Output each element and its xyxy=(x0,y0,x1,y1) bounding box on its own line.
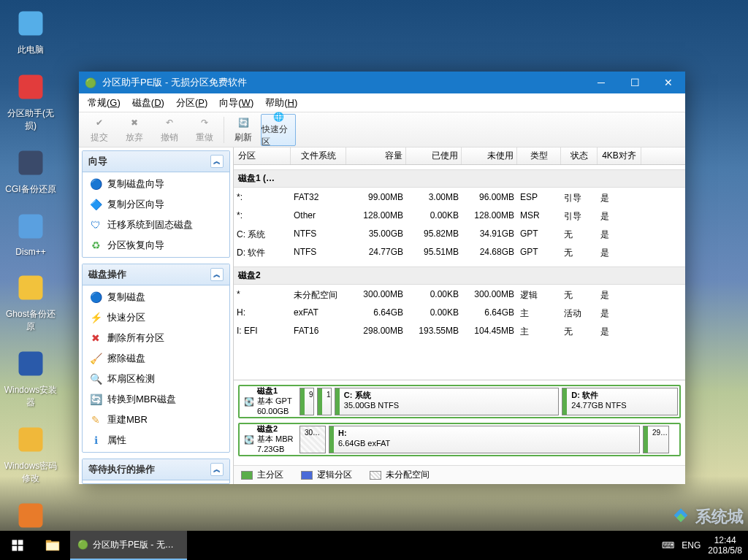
svg-rect-14 xyxy=(47,542,59,550)
taskbar: 🟢 分区助手PE版 - 无… ⌨ ENG 12:44 2018/5/8 xyxy=(0,531,748,560)
legend-item: 主分区 xyxy=(241,469,283,481)
collapse-icon[interactable]: ︽ xyxy=(210,463,224,476)
sidebar-item[interactable]: 🔵复制磁盘 xyxy=(83,287,229,307)
sidebar-item[interactable]: 🔄转换到MBR磁盘 xyxy=(83,389,229,410)
toolbar-commit: ✔提交 xyxy=(82,114,117,146)
toolbar-quick-partition[interactable]: 🌐快速分区 xyxy=(261,114,296,146)
watermark: 系统城 xyxy=(671,506,744,528)
pc-icon[interactable]: 此电脑 xyxy=(3,6,58,56)
toolbar-discard: ✖放弃 xyxy=(117,114,152,146)
menubar: 常规(G)磁盘(D)分区(P)向导(W)帮助(H) xyxy=(79,93,685,112)
sidebar: 向导︽🔵复制磁盘向导🔷复制分区向导🛡迁移系统到固态磁盘♻分区恢复向导磁盘操作︽🔵… xyxy=(79,147,234,484)
ghost-backup-icon[interactable]: Ghost备份还原 xyxy=(3,270,58,333)
sidebar-item[interactable]: 🛡迁移系统到固态磁盘 xyxy=(83,215,229,235)
main-panel: 分区文件系统容量已使用未使用类型状态4KB对齐 磁盘1 (…*:FAT3299.… xyxy=(234,147,685,484)
sidebar-item[interactable]: ✎重建MBR xyxy=(83,410,229,430)
start-button[interactable] xyxy=(0,531,35,560)
minimize-button[interactable]: ─ xyxy=(584,72,618,93)
col-header[interactable]: 4KB对齐 xyxy=(598,147,641,164)
partition-row[interactable]: *未分配空间300.00MB0.00KB300.00MB逻辑无是 xyxy=(234,286,685,304)
tray-keyboard-icon[interactable]: ⌨ xyxy=(662,540,674,551)
diskmap-block[interactable]: 30… xyxy=(299,426,326,453)
partition-row[interactable]: I: EFIFAT16298.00MB193.55MB104.45MB主无是 xyxy=(234,323,685,341)
panel-2: 等待执行的操作︽ xyxy=(82,459,230,484)
col-header[interactable]: 未使用 xyxy=(462,147,517,164)
menu-p[interactable]: 分区(P) xyxy=(170,95,213,111)
col-header[interactable]: 类型 xyxy=(517,147,561,164)
diskmap-row[interactable]: 💽磁盘1基本 GPT60.00GB91C: 系统35.00GB NTFSD: 软… xyxy=(238,385,681,418)
sidebar-item[interactable]: 🧹擦除磁盘 xyxy=(83,348,229,369)
system-tray[interactable]: ⌨ ENG 12:44 2018/5/8 xyxy=(656,535,748,556)
svg-rect-13 xyxy=(46,540,51,543)
partition-grid[interactable]: 分区文件系统容量已使用未使用类型状态4KB对齐 磁盘1 (…*:FAT3299.… xyxy=(234,147,685,380)
diskmap-block[interactable]: D: 软件24.77GB NTFS xyxy=(562,388,678,415)
menu-h[interactable]: 帮助(H) xyxy=(259,95,303,111)
sidebar-item[interactable]: ✖删除所有分区 xyxy=(83,328,229,348)
disk-map: 💽磁盘1基本 GPT60.00GB91C: 系统35.00GB NTFSD: 软… xyxy=(234,380,685,465)
diskmap-block[interactable]: 1 xyxy=(317,388,332,415)
partition-row[interactable]: *:Other128.00MB0.00KB128.00MBMSR引导是 xyxy=(234,207,685,226)
taskbar-explorer[interactable] xyxy=(35,531,70,560)
panel-1: 磁盘操作︽🔵复制磁盘⚡快速分区✖删除所有分区🧹擦除磁盘🔍坏扇区检测🔄转换到MBR… xyxy=(82,264,230,453)
menu-g[interactable]: 常规(G) xyxy=(82,95,126,111)
diskmap-block[interactable]: H:6.64GB exFAT xyxy=(329,426,640,453)
disk-header[interactable]: 磁盘2 xyxy=(234,266,685,285)
windows-password-icon[interactable]: Windows密码修改 xyxy=(3,422,58,485)
close-button[interactable]: ✕ xyxy=(652,72,685,93)
svg-rect-4 xyxy=(19,276,43,300)
col-header[interactable]: 容量 xyxy=(346,147,406,164)
tray-clock[interactable]: 12:44 2018/5/8 xyxy=(708,535,742,556)
partition-row[interactable]: C: 系统NTFS35.00GB95.82MB34.91GBGPT无是 xyxy=(234,226,685,244)
svg-rect-0 xyxy=(19,12,43,36)
tray-language[interactable]: ENG xyxy=(682,540,701,551)
svg-rect-5 xyxy=(19,352,43,376)
sidebar-item[interactable]: ⚡快速分区 xyxy=(83,307,229,328)
partition-row[interactable]: D: 软件NTFS24.77GB95.51MB24.68GBGPT无是 xyxy=(234,244,685,262)
toolbar: ✔提交✖放弃↶撤销↷重做🔄刷新🌐快速分区 xyxy=(79,112,685,147)
sidebar-item[interactable]: 🔵复制磁盘向导 xyxy=(83,174,229,194)
partition-row[interactable]: *:FAT3299.00MB3.00MB96.00MBESP引导是 xyxy=(234,189,685,207)
window-title: 分区助手PE版 - 无损分区免费软件 xyxy=(102,76,584,89)
desktop: 此电脑分区助手(无损)CGI备份还原Dism++Ghost备份还原Windows… xyxy=(0,0,61,560)
col-header[interactable]: 状态 xyxy=(561,147,598,164)
sidebar-item[interactable]: ℹ属性 xyxy=(83,430,229,450)
legend-item: 逻辑分区 xyxy=(301,469,352,481)
app-icon: 🟢 xyxy=(83,75,98,90)
diskmap-block[interactable]: 29… xyxy=(643,426,669,453)
sidebar-item[interactable]: 🔷复制分区向导 xyxy=(83,194,229,215)
diskmap-block[interactable]: C: 系统35.00GB NTFS xyxy=(335,388,559,415)
collapse-icon[interactable]: ︽ xyxy=(210,155,224,168)
sidebar-item[interactable]: ♻分区恢复向导 xyxy=(83,235,229,256)
titlebar[interactable]: 🟢 分区助手PE版 - 无损分区免费软件 ─ ☐ ✕ xyxy=(79,72,685,93)
col-header[interactable]: 已使用 xyxy=(406,147,462,164)
svg-rect-7 xyxy=(19,504,43,528)
collapse-icon[interactable]: ︽ xyxy=(210,268,224,281)
cgi-backup-icon[interactable]: CGI备份还原 xyxy=(3,145,58,196)
taskbar-app-partition[interactable]: 🟢 分区助手PE版 - 无… xyxy=(70,531,187,560)
svg-rect-3 xyxy=(19,215,43,239)
partition-assist-icon[interactable]: 分区助手(无损) xyxy=(3,69,58,132)
svg-rect-1 xyxy=(19,75,43,99)
maximize-button[interactable]: ☐ xyxy=(618,72,652,93)
sidebar-item[interactable]: 🔍坏扇区检测 xyxy=(83,369,229,389)
svg-rect-11 xyxy=(18,546,23,551)
partition-row[interactable]: H:exFAT6.64GB0.00KB6.64GB主活动是 xyxy=(234,304,685,323)
svg-rect-8 xyxy=(12,540,18,545)
col-header[interactable]: 文件系统 xyxy=(291,147,346,164)
panel-0: 向导︽🔵复制磁盘向导🔷复制分区向导🛡迁移系统到固态磁盘♻分区恢复向导 xyxy=(82,150,230,258)
menu-w[interactable]: 向导(W) xyxy=(213,95,259,111)
toolbar-redo: ↷重做 xyxy=(187,114,222,146)
svg-rect-10 xyxy=(12,546,18,551)
col-header[interactable]: 分区 xyxy=(234,147,291,164)
svg-rect-9 xyxy=(18,540,23,545)
toolbar-refresh[interactable]: 🔄刷新 xyxy=(226,114,261,146)
legend-item: 未分配空间 xyxy=(370,469,430,481)
dism-icon[interactable]: Dism++ xyxy=(3,209,58,257)
menu-d[interactable]: 磁盘(D) xyxy=(126,95,170,111)
diskmap-row[interactable]: 💽磁盘2基本 MBR7.23GB30…H:6.64GB exFAT29… xyxy=(238,423,681,456)
disk-header[interactable]: 磁盘1 (… xyxy=(234,169,685,188)
svg-rect-2 xyxy=(19,151,43,175)
legend: 主分区逻辑分区未分配空间 xyxy=(234,465,685,484)
windows-installer-icon[interactable]: Windows安装器 xyxy=(3,346,58,409)
diskmap-block[interactable]: 9 xyxy=(299,388,314,415)
